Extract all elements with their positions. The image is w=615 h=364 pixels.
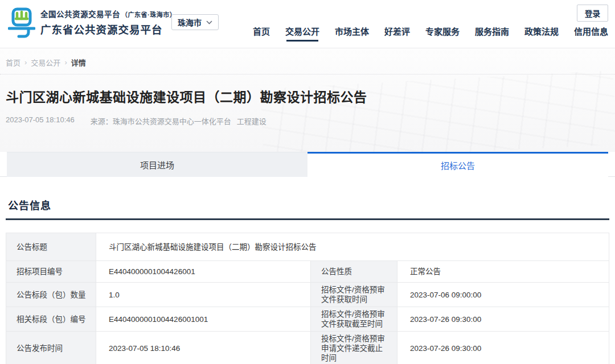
yue-logo-icon xyxy=(8,6,35,38)
section-rule xyxy=(6,218,609,220)
detail-tabs: 项目进场 招标公告 xyxy=(7,152,608,177)
brand-text: 全国公共资源交易平台（广东省·珠海市） 广东省公共资源交易平台 xyxy=(40,8,176,36)
page: 全国公共资源交易平台（广东省·珠海市） 广东省公共资源交易平台 珠海市 登录 首… xyxy=(0,0,615,364)
breadcrumb-trade-public[interactable]: 交易公开 xyxy=(31,57,60,68)
table-row: 公告发布时间 2023-07-05 18:10:46 投标文件/资格预审申请文件… xyxy=(6,332,609,364)
tabs-wrap: 项目进场 招标公告 xyxy=(0,152,615,177)
section-title: 公告信息 xyxy=(8,197,607,212)
nav-item-policies[interactable]: 政策法规 xyxy=(524,25,559,45)
field-value: 2023-07-26 09:30:00 xyxy=(397,332,609,364)
field-value: 1.0 xyxy=(96,283,311,307)
city-selector[interactable]: 珠海市 xyxy=(171,14,219,30)
publish-time: 2023-07-05 18:10:46 xyxy=(6,115,75,126)
announcement-info-table: 公告标题 斗门区湖心新城基础设施建设项目（二期）勘察设计招标公告 招标项目编号 … xyxy=(6,233,609,364)
field-value: 斗门区湖心新城基础设施建设项目（二期）勘察设计招标公告 xyxy=(96,233,609,261)
nav-item-service-guide[interactable]: 服务指南 xyxy=(475,25,509,45)
brand-national-title: 全国公共资源交易平台（广东省·珠海市） xyxy=(40,8,176,19)
brand-region: （广东省·珠海市） xyxy=(121,11,176,18)
breadcrumb-home[interactable]: 首页 xyxy=(6,57,20,68)
site-header: 全国公共资源交易平台（广东省·珠海市） 广东省公共资源交易平台 珠海市 登录 首… xyxy=(0,0,615,48)
field-value: 2023-07-05 18:10:46 xyxy=(96,332,311,364)
field-value: 2023-07-06 09:00:00 xyxy=(397,283,609,307)
table-row: 相关标段（包）编号 E4404000001004426001001 招标文件/资… xyxy=(6,307,609,332)
city-selector-value: 珠海市 xyxy=(178,16,202,28)
article-banner: 首页 › 交易公开 › 详情 斗门区湖心新城基础设施建设项目（二期）勘察设计招标… xyxy=(0,48,615,152)
article-source: 来源：珠海市公共资源交易中心一体化平台 xyxy=(91,115,231,126)
breadcrumb: 首页 › 交易公开 › 详情 xyxy=(0,48,615,75)
tab-project-entry[interactable]: 项目进场 xyxy=(7,152,308,177)
field-label: 投标文件/资格预审申请文件递交截止时间 xyxy=(311,332,397,364)
breadcrumb-separator: › xyxy=(24,58,27,67)
field-value: 正常公告 xyxy=(397,261,609,283)
field-label: 招标文件/资格预审文件获取截至时间 xyxy=(311,307,397,332)
nav-item-home[interactable]: 首页 xyxy=(253,25,270,45)
field-label: 招标文件/资格预审文件获取时间 xyxy=(311,283,397,307)
login-button[interactable]: 登录 xyxy=(577,5,608,22)
nav-item-trade-public[interactable]: 交易公开 xyxy=(285,25,319,45)
field-value: E4404000001004426001001 xyxy=(96,307,311,332)
field-label: 公告标段（包）数量 xyxy=(6,283,96,307)
brand-provincial-title: 广东省公共资源交易平台 xyxy=(40,22,176,36)
field-label: 公告性质 xyxy=(311,261,397,283)
breadcrumb-current: 详情 xyxy=(71,57,86,68)
nav-item-credit-info[interactable]: 信用信息 xyxy=(574,25,608,45)
nav-item-reviews[interactable]: 好差评 xyxy=(384,25,410,45)
chevron-down-icon xyxy=(206,20,212,24)
table-row: 招标项目编号 E4404000001004426001 公告性质 正常公告 xyxy=(6,261,609,283)
table-row: 公告标段（包）数量 1.0 招标文件/资格预审文件获取时间 2023-07-06… xyxy=(6,283,609,307)
field-label: 相关标段（包）编号 xyxy=(6,307,96,332)
page-title: 斗门区湖心新城基础设施建设项目（二期）勘察设计招标公告 xyxy=(6,86,609,106)
nav-item-market-entities[interactable]: 市场主体 xyxy=(335,25,369,45)
field-label: 公告发布时间 xyxy=(6,332,96,364)
keyboard-watermark xyxy=(260,71,615,152)
article-category: 工程建设 xyxy=(237,115,266,126)
field-value: 2023-07-26 09:30:00 xyxy=(397,307,609,332)
tab-tender-announcement[interactable]: 招标公告 xyxy=(308,152,608,177)
table-row: 公告标题 斗门区湖心新城基础设施建设项目（二期）勘察设计招标公告 xyxy=(6,233,609,261)
breadcrumb-separator: › xyxy=(64,58,67,67)
nav-item-expert-service[interactable]: 专家服务 xyxy=(425,25,460,45)
field-label: 公告标题 xyxy=(6,233,96,261)
article-meta: 2023-07-05 18:10:46 来源：珠海市公共资源交易中心一体化平台 … xyxy=(6,115,609,126)
field-label: 招标项目编号 xyxy=(6,261,96,283)
platform-logo-brand[interactable]: 全国公共资源交易平台（广东省·珠海市） 广东省公共资源交易平台 xyxy=(8,6,176,38)
main-nav: 首页 交易公开 市场主体 好差评 专家服务 服务指南 政策法规 信用信息 xyxy=(253,25,608,45)
field-value: E4404000001004426001 xyxy=(96,261,311,283)
